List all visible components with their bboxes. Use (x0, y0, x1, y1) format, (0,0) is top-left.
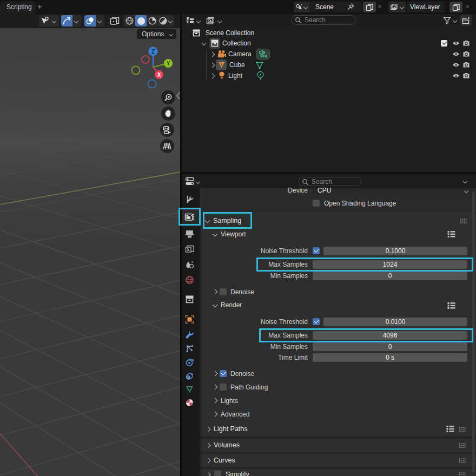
svg-text:Y: Y (167, 61, 170, 67)
svg-text:Z: Z (151, 49, 155, 55)
svg-text:X: X (157, 72, 161, 78)
